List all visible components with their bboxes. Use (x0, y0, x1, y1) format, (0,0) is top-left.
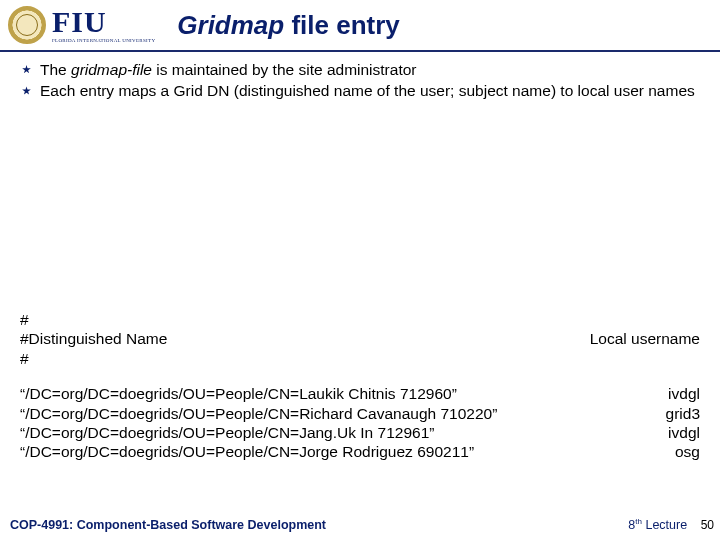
dn-value: “/DC=org/DC=doegrids/OU=People/CN=Jang.U… (20, 423, 434, 442)
dn-header-label: #Distinguished Name (20, 329, 167, 348)
slide: FIU FLORIDA INTERNATIONAL UNIVERSITY Gri… (0, 0, 720, 540)
local-username-label: Local username (590, 329, 700, 348)
page-number: 50 (701, 518, 714, 532)
bullet-text-before: The (40, 61, 71, 78)
local-user-value: osg (675, 442, 700, 461)
bullet-list: The gridmap-file is maintained by the si… (10, 60, 710, 101)
bullet-item: The gridmap-file is maintained by the si… (10, 60, 710, 79)
footer: COP-4991: Component-Based Software Devel… (10, 517, 714, 532)
hash-line: # (20, 349, 700, 368)
hash-line: # (20, 310, 700, 329)
dn-value: “/DC=org/DC=doegrids/OU=People/CN=Laukik… (20, 384, 457, 403)
entry-row: “/DC=org/DC=doegrids/OU=People/CN=Laukik… (20, 384, 700, 403)
entries-block: “/DC=org/DC=doegrids/OU=People/CN=Laukik… (20, 384, 700, 462)
bullet-term: gridmap-file (71, 61, 152, 78)
body-content: The gridmap-file is maintained by the si… (10, 56, 710, 103)
bullet-text-before: Each entry maps a Grid DN (distinguished… (40, 82, 695, 99)
entry-row: “/DC=org/DC=doegrids/OU=People/CN=Jang.U… (20, 423, 700, 442)
header-row: #Distinguished Name Local username (20, 329, 700, 348)
header-bar: FIU FLORIDA INTERNATIONAL UNIVERSITY Gri… (0, 0, 720, 52)
lecture-label: 8th Lecture (628, 518, 690, 532)
title-plain: file entry (284, 10, 400, 40)
title-italic: Gridmap (177, 10, 284, 40)
local-user-value: ivdgl (668, 384, 700, 403)
bullet-text-after: is maintained by the site administrator (152, 61, 416, 78)
fiu-logo-text: FIU (52, 7, 155, 37)
entry-row: “/DC=org/DC=doegrids/OU=People/CN=Jorge … (20, 442, 700, 461)
course-label: COP-4991: Component-Based Software Devel… (10, 518, 326, 532)
local-user-value: grid3 (666, 404, 700, 423)
dn-value: “/DC=org/DC=doegrids/OU=People/CN=Jorge … (20, 442, 474, 461)
local-user-value: ivdgl (668, 423, 700, 442)
gridmap-example: # #Distinguished Name Local username # “… (20, 310, 700, 462)
slide-title: Gridmap file entry (177, 10, 400, 41)
bullet-item: Each entry maps a Grid DN (distinguished… (10, 81, 710, 100)
fiu-logo-subtext: FLORIDA INTERNATIONAL UNIVERSITY (52, 38, 155, 43)
footer-right: 8th Lecture 50 (628, 517, 714, 532)
entry-row: “/DC=org/DC=doegrids/OU=People/CN=Richar… (20, 404, 700, 423)
lecture-word: Lecture (642, 518, 687, 532)
university-seal-icon (8, 6, 46, 44)
fiu-logo: FIU FLORIDA INTERNATIONAL UNIVERSITY (52, 7, 155, 43)
dn-value: “/DC=org/DC=doegrids/OU=People/CN=Richar… (20, 404, 497, 423)
lecture-ordinal: th (635, 517, 642, 526)
